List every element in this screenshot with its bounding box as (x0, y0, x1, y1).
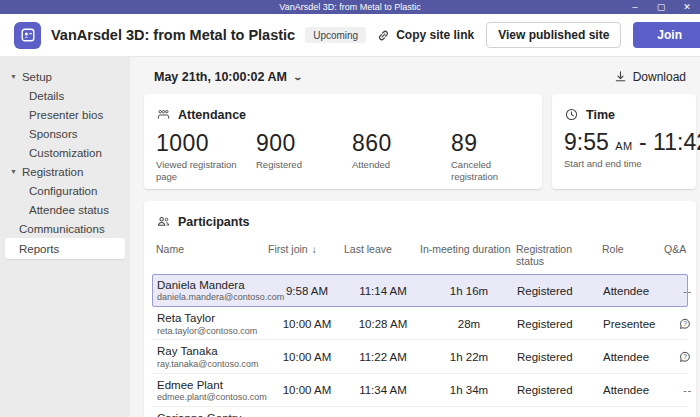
download-icon (613, 69, 628, 84)
column-header[interactable]: First join↓ (268, 243, 344, 267)
svg-text:?: ? (683, 353, 687, 360)
first-join-cell: 10:00 AM (269, 351, 345, 363)
maximize-button[interactable]: ▢ (648, 0, 674, 14)
session-date-dropdown[interactable]: May 21th, 10:00:02 AM ⌄ (154, 70, 301, 84)
sidebar-item[interactable]: Attendee status (5, 200, 125, 219)
sidebar-item[interactable]: Sponsors (5, 124, 125, 143)
sidebar-item[interactable]: ▼ Registration (5, 162, 125, 181)
last-leave-cell: 11:14 AM (345, 285, 421, 297)
time-card: Time 9:55 AM - 11:42 AM Start and end ti… (552, 94, 696, 189)
sidebar-item-label: Setup (22, 71, 52, 83)
os-titlebar: VanArsdel 3D: from Metal to Plastic – ▢ … (0, 0, 700, 14)
download-label: Download (633, 70, 686, 84)
app-header: VanArsdel 3D: from Metal to Plastic Upco… (0, 14, 700, 57)
duration-cell: 28m (421, 318, 517, 330)
column-header[interactable]: Last leave (344, 243, 420, 267)
registration-status-cell: Registered (517, 351, 603, 363)
column-header[interactable]: Q&A (664, 243, 693, 267)
chevron-collapse-icon: ▼ (10, 168, 17, 175)
participant-row[interactable]: Edmee Plant edmee.plant@contoso.com 10:0… (152, 374, 688, 407)
participant-email: daniela.mandera@contoso.com (157, 292, 269, 303)
stat-value: 860 (352, 130, 451, 157)
registration-status-cell: Registered (517, 285, 603, 297)
chevron-collapse-icon: ▼ (10, 73, 17, 80)
webinar-app-icon (14, 22, 41, 49)
webinar-icon (20, 27, 36, 43)
chevron-down-icon: ⌄ (292, 72, 303, 82)
join-button[interactable]: Join (633, 22, 700, 48)
status-badge: Upcoming (305, 27, 366, 43)
stat-label: Viewed registration page (156, 159, 244, 183)
qna-empty: -- (683, 385, 692, 396)
stat: 1000 Viewed registration page (156, 130, 256, 183)
participant-email: ray.tanaka@contoso.com (157, 359, 269, 370)
last-leave-cell: 10:28 AM (345, 318, 421, 330)
column-header[interactable]: Name (156, 243, 268, 267)
time-subtitle: Start and end time (552, 156, 696, 169)
stat-value: 89 (451, 130, 530, 157)
participant-name: Reta Taylor (157, 311, 269, 325)
participants-card: Participants Name First join↓ Last leave… (144, 201, 696, 417)
duration-cell: 1h 22m (421, 351, 517, 363)
duration-cell: 1h 34m (421, 384, 517, 396)
stat: 860 Attended (352, 130, 451, 183)
participant-row[interactable]: Ray Tanaka ray.tanaka@contoso.com 10:00 … (152, 340, 688, 373)
sidebar: ▼ Setup Details Presenter bios Sponsors … (0, 57, 130, 417)
copy-site-link-button[interactable]: Copy site link (376, 28, 474, 43)
sidebar-item[interactable]: Presenter bios (5, 105, 125, 124)
download-button[interactable]: Download (613, 69, 686, 84)
sidebar-item-label: Communications (19, 223, 105, 235)
qna-question-bubble-icon[interactable]: ? (678, 317, 692, 329)
stat-label: Registered (256, 159, 344, 171)
sidebar-item[interactable]: Customization (5, 143, 125, 162)
sidebar-item-label: Attendee status (29, 204, 109, 216)
minimize-button[interactable]: – (622, 0, 648, 14)
role-cell: Presentee (603, 318, 665, 330)
column-header[interactable]: Registration status (516, 243, 602, 267)
participant-name: Carianne Gentry (157, 411, 269, 417)
stat-label: Attended (352, 159, 440, 171)
sidebar-item-label: Details (29, 90, 64, 102)
sidebar-item[interactable]: ▼ Setup (5, 67, 125, 86)
stat-value: 900 (256, 130, 352, 157)
last-leave-cell: 11:22 AM (345, 351, 421, 363)
participant-row[interactable]: Carianne Gentry carianne.gentry@contoso.… (152, 407, 688, 417)
registration-status-cell: Registered (517, 384, 603, 396)
role-cell: Attendee (603, 351, 665, 363)
registration-status-cell: Registered (517, 318, 603, 330)
sidebar-item[interactable]: Configuration (5, 181, 125, 200)
last-leave-cell: 11:34 AM (345, 384, 421, 396)
participants-table-header: Name First join↓ Last leave In-meeting d… (144, 235, 696, 274)
stat-label: Canceled registration (451, 159, 530, 183)
session-date-label: May 21th, 10:00:02 AM (154, 70, 287, 84)
duration-cell: 1h 16m (421, 285, 517, 297)
column-header[interactable]: In-meeting duration (420, 243, 516, 267)
participants-table: Daniela Mandera daniela.mandera@contoso.… (144, 274, 696, 417)
reports-content: May 21th, 10:00:02 AM ⌄ Download (130, 57, 700, 417)
view-published-site-button[interactable]: View published site (486, 22, 621, 48)
close-button[interactable]: ✕ (674, 0, 700, 14)
sidebar-item[interactable]: Reports (5, 238, 125, 259)
stat: 89 Canceled registration (451, 130, 530, 183)
qna-question-bubble-icon[interactable]: ? (678, 350, 692, 362)
participants-icon (156, 214, 171, 229)
column-header[interactable]: Role (602, 243, 664, 267)
participant-email: edmee.plant@contoso.com (157, 392, 269, 403)
sidebar-item-label: Registration (22, 166, 83, 178)
copy-site-link-label: Copy site link (396, 28, 474, 42)
participant-name: Daniela Mandera (157, 278, 269, 292)
participant-name: Edmee Plant (157, 378, 269, 392)
stat-value: 1000 (156, 130, 256, 157)
sidebar-item[interactable]: Communications (5, 219, 125, 238)
clock-icon (564, 107, 579, 122)
qna-empty: -- (683, 286, 692, 297)
event-title: VanArsdel 3D: from Metal to Plastic (51, 27, 295, 43)
participant-row[interactable]: Reta Taylor reta.taylor@contoso.com 10:0… (152, 307, 688, 340)
link-icon (376, 28, 391, 43)
participant-row[interactable]: Daniela Mandera daniela.mandera@contoso.… (152, 274, 688, 307)
report-toolbar: May 21th, 10:00:02 AM ⌄ Download (142, 65, 696, 94)
participant-name: Ray Tanaka (157, 344, 269, 358)
sidebar-item[interactable]: Details (5, 86, 125, 105)
attendance-icon (156, 107, 171, 122)
stat: 900 Registered (256, 130, 352, 183)
